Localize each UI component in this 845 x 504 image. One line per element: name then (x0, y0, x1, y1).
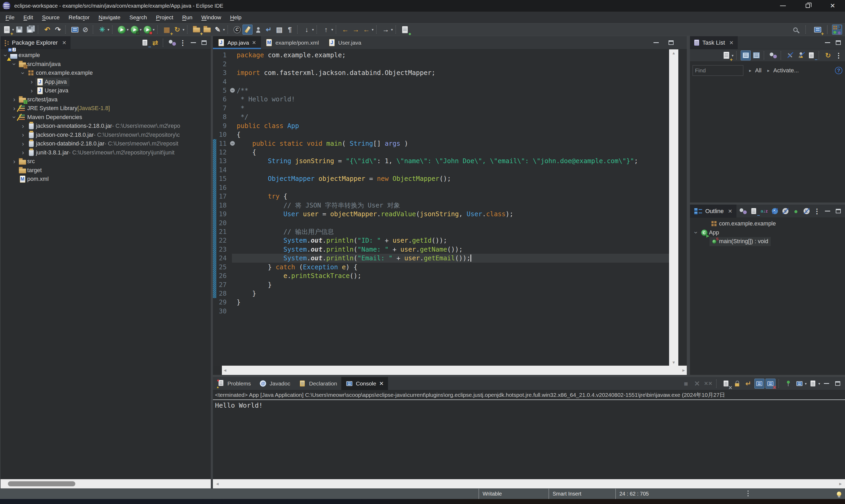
format-icon[interactable] (243, 24, 252, 35)
expander-icon[interactable]: › (20, 123, 27, 130)
tree-item-example[interactable]: ›MJexample (1, 51, 211, 60)
back-to-last-edit-icon[interactable]: ← (362, 24, 371, 35)
dropdown-caret-icon[interactable]: ▾ (140, 28, 142, 32)
categorized-icon[interactable] (741, 50, 751, 60)
dropdown-caret-icon[interactable]: ▾ (107, 28, 109, 32)
code-line-26[interactable]: 26 e.printStackTrace(); (213, 271, 687, 280)
menu-navigate[interactable]: Navigate (94, 12, 125, 23)
dropdown-caret-icon[interactable]: ▾ (312, 28, 314, 32)
show-whitespace-icon[interactable]: ¶ (285, 24, 295, 35)
hide-static-icon[interactable]: S (780, 206, 790, 216)
collapse-all-icon[interactable]: − (749, 206, 759, 216)
dropdown-caret-icon[interactable]: ▾ (153, 28, 155, 32)
console-tab-console[interactable]: Console✕ (341, 377, 388, 390)
close-icon[interactable]: ✕ (62, 40, 67, 46)
maximize-icon[interactable] (832, 379, 843, 389)
code-line-23[interactable]: 23 System.out.println("Name: " + user.ge… (213, 245, 687, 254)
skip-all-breakpoints-icon[interactable]: ⊘ (80, 24, 90, 35)
hide-local-types-icon[interactable]: L (802, 206, 811, 216)
code-line-14[interactable]: 14 (213, 165, 687, 174)
code-line-7[interactable]: 7 * (213, 104, 687, 112)
expander-icon[interactable]: › (11, 96, 18, 103)
save-icon[interactable] (15, 24, 25, 35)
focus-icon[interactable] (167, 38, 177, 48)
cursor-position-status[interactable]: 24 : 62 : 705 (615, 489, 682, 499)
remove-all-launches-icon[interactable]: ✕✕ (703, 379, 713, 389)
back-history-icon[interactable]: ← (340, 24, 350, 35)
next-annotation-icon[interactable]: ↓ (302, 24, 312, 35)
focus-icon[interactable] (738, 206, 748, 216)
scroll-lock-icon[interactable] (732, 379, 742, 389)
menu-run[interactable]: Run (178, 12, 197, 23)
tree-item-main-string-void[interactable]: Smain(String[]) : void (690, 237, 845, 246)
close-button[interactable]: ✕ (820, 0, 845, 12)
dropdown-caret-icon[interactable]: ▾ (391, 28, 393, 32)
forward-history-icon[interactable]: → (351, 24, 361, 35)
code-line-22[interactable]: 22 System.out.println("ID: " + user.getI… (213, 236, 687, 245)
code-line-30[interactable]: 30 (213, 307, 687, 316)
dropdown-caret-icon[interactable]: ▾ (331, 28, 333, 32)
outline-tab[interactable]: Outline ✕ (690, 204, 736, 218)
hide-fields-icon[interactable]: F (770, 206, 780, 216)
code-line-6[interactable]: 6 * Hello world! (213, 95, 687, 104)
code-line-19[interactable]: 19 User user = objectMapper.readValue(js… (213, 210, 687, 218)
coverage-icon[interactable]: ▶ (142, 24, 153, 35)
expander-icon[interactable]: › (28, 78, 35, 86)
tree-item-jackson-core-2.18.0.jar[interactable]: ›jackson-core-2.18.0.jar - C:\Users\meow… (1, 131, 211, 140)
editor-vscrollbar[interactable]: ▲▼ (669, 49, 678, 366)
minimize-icon[interactable] (822, 379, 831, 389)
open-resource-icon[interactable] (202, 24, 212, 35)
expander-icon[interactable]: › (20, 131, 27, 139)
show-view-list-icon[interactable]: ▤ (274, 24, 284, 35)
open-type-icon[interactable]: + (192, 24, 201, 35)
close-icon[interactable]: ✕ (252, 40, 256, 46)
menu-edit[interactable]: Edit (19, 12, 37, 23)
package-explorer-tab[interactable]: Package Explorer ✕ (1, 36, 71, 49)
expander-icon[interactable]: › (11, 158, 18, 165)
expander-icon[interactable]: › (20, 149, 27, 156)
code-line-13[interactable]: 13 String jsonString = "{\"id\": 1, \"na… (213, 157, 687, 165)
show-members-icon[interactable] (253, 24, 263, 35)
code-line-28[interactable]: 28 } (213, 289, 687, 298)
link-with-editor-icon[interactable]: ⇄ (150, 38, 160, 48)
console-tab-javadoc[interactable]: @Javadoc (255, 377, 295, 390)
hide-private-icon[interactable] (796, 50, 806, 60)
java-perspective-icon[interactable]: J (832, 24, 842, 35)
close-icon[interactable]: ✕ (728, 208, 733, 214)
last-edit-location-icon[interactable]: ✳ (97, 24, 107, 35)
save-all-icon[interactable] (25, 24, 35, 35)
sort-icon[interactable]: a↓z (759, 206, 769, 216)
minimize-button[interactable] (771, 0, 795, 12)
code-line-12[interactable]: 12 { (213, 148, 687, 157)
expander-icon[interactable]: › (28, 87, 35, 94)
tree-item-jackson-databind-2.18.0.jar[interactable]: ›jackson-databind-2.18.0.jar - C:\Users\… (1, 139, 211, 148)
code-line-16[interactable]: 16 (213, 183, 687, 192)
task-list-tab[interactable]: Task List ✕ (690, 36, 738, 49)
console-output[interactable]: Hello World! (213, 400, 845, 411)
code-line-20[interactable]: 20 (213, 218, 687, 227)
open-new-window-icon[interactable] (70, 24, 80, 35)
maximize-view-icon[interactable] (833, 38, 843, 48)
editor-tab-user.java[interactable]: JUser.java (323, 36, 366, 49)
maximize-icon[interactable] (833, 206, 843, 216)
pin-editor-icon[interactable]: ● (400, 24, 410, 35)
code-line-15[interactable]: 15 ObjectMapper objectMapper = new Objec… (213, 174, 687, 183)
collapse-all-icon[interactable]: − (806, 50, 816, 60)
find-input[interactable] (692, 65, 743, 76)
minimize-view-icon[interactable] (823, 38, 832, 48)
next-change-icon[interactable]: ↵ (264, 24, 274, 35)
new-junit-test-icon[interactable]: ▦+ (162, 24, 172, 35)
debug-icon[interactable]: ▶ (129, 24, 139, 35)
maximize-view-icon[interactable] (666, 38, 676, 48)
tree-item-jackson-annotations-2.18.0.jar[interactable]: ›jackson-annotations-2.18.0.jar - C:\Use… (1, 122, 211, 131)
package-explorer-hscrollbar[interactable] (1, 479, 211, 488)
code-line-9[interactable]: 9public class App (213, 122, 687, 130)
restore-button[interactable] (795, 0, 820, 12)
code-line-27[interactable]: 27 } (213, 280, 687, 289)
new-wizard-icon[interactable]: + (2, 24, 12, 35)
menu-help[interactable]: Help (226, 12, 246, 23)
code-line-11[interactable]: 11− public static void main( String[] ar… (213, 139, 687, 148)
forward-icon[interactable]: → (381, 24, 391, 35)
previous-annotation-icon[interactable]: ↑ (321, 24, 331, 35)
word-wrap-icon[interactable]: ↵ (743, 379, 753, 389)
